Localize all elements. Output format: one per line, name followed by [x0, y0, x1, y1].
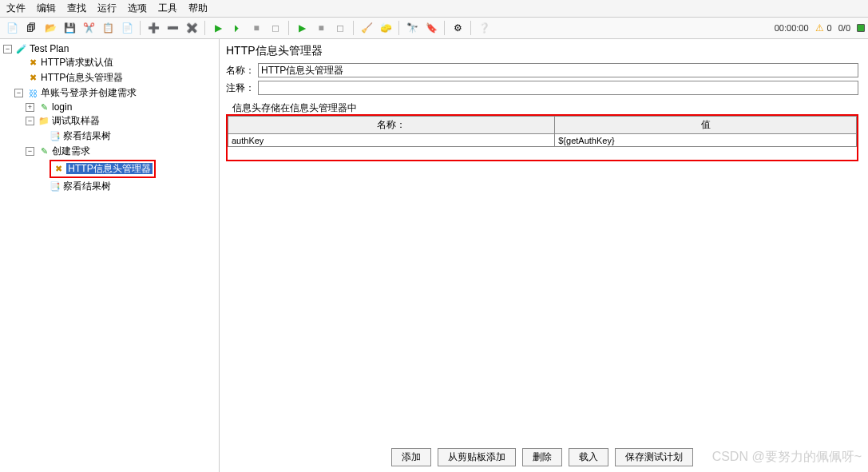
- column-header-value[interactable]: 值: [555, 117, 857, 134]
- toolbar-separator: [288, 21, 289, 35]
- toolbar-separator: [470, 21, 471, 35]
- open-icon[interactable]: 📂: [42, 19, 59, 37]
- tree-label: 察看结果树: [63, 180, 111, 193]
- column-header-name[interactable]: 名称：: [228, 117, 555, 134]
- tree-item-debug[interactable]: − 📁 调试取样器: [2, 113, 217, 129]
- reset-search-icon[interactable]: 🔖: [422, 19, 440, 37]
- headers-table-highlight: 名称： 值 authKey ${getAuthKey}: [226, 114, 858, 161]
- menu-options[interactable]: 选项: [128, 2, 147, 15]
- start-icon[interactable]: ▶: [209, 19, 227, 37]
- tree-item-header-manager[interactable]: ✖ HTTP信息头管理器: [2, 70, 217, 85]
- clear-icon[interactable]: 🧹: [358, 19, 375, 37]
- tree-item-header-manager-selected[interactable]: ✖ HTTP信息头管理器: [2, 159, 217, 179]
- tree-label: HTTP请求默认值: [41, 56, 113, 69]
- help-icon[interactable]: ❔: [475, 19, 493, 37]
- elapsed-time: 00:00:00: [775, 23, 809, 33]
- start-no-pause-icon[interactable]: ⏵: [228, 19, 246, 37]
- button-row: 添加 从剪贴板添加 删除 载入 保存测试计划: [226, 443, 858, 470]
- cell-value[interactable]: ${getAuthKey}: [555, 134, 857, 147]
- search-icon[interactable]: 🔭: [403, 19, 421, 37]
- expand-icon[interactable]: ➕: [145, 19, 162, 37]
- tree-label: Test Plan: [30, 43, 69, 54]
- panel-title: HTTP信息头管理器: [226, 44, 858, 58]
- toolbar-separator: [204, 21, 205, 35]
- clear-all-icon[interactable]: 🧽: [377, 19, 394, 37]
- tree-item-result-tree-1[interactable]: 📑 察看结果树: [2, 129, 217, 144]
- delete-button[interactable]: 删除: [522, 448, 562, 466]
- template-icon[interactable]: 🗐: [22, 19, 40, 37]
- function-icon[interactable]: ⚙: [449, 19, 466, 37]
- toolbar-separator: [353, 21, 354, 35]
- menu-tools[interactable]: 工具: [158, 2, 177, 15]
- table-row[interactable]: authKey ${getAuthKey}: [228, 134, 857, 147]
- listener-icon: 📑: [50, 181, 61, 192]
- toggle-icon[interactable]: ✖️: [183, 19, 200, 37]
- expand-toggle-icon[interactable]: +: [26, 103, 34, 112]
- tree-item-http-defaults[interactable]: ✖ HTTP请求默认值: [2, 55, 217, 70]
- cell-name[interactable]: authKey: [228, 134, 555, 147]
- remote-start-icon[interactable]: ▶: [293, 19, 311, 37]
- comment-label: 注释：: [226, 81, 255, 95]
- toolbar-separator: [444, 21, 445, 35]
- sampler-icon: ✎: [38, 101, 50, 113]
- menu-edit[interactable]: 编辑: [37, 2, 56, 15]
- collapse-toggle-icon[interactable]: −: [26, 117, 34, 125]
- tree-label: login: [52, 101, 72, 113]
- name-label: 名称：: [226, 64, 255, 77]
- tree-label: 调试取样器: [52, 114, 100, 128]
- thread-group-icon: ⛓: [27, 88, 38, 99]
- new-icon[interactable]: 📄: [3, 19, 21, 37]
- tree-item-thread-group[interactable]: − ⛓ 单账号登录并创建需求: [2, 85, 217, 101]
- tree-label: 察看结果树: [63, 129, 111, 143]
- toolbar: 📄 🗐 📂 💾 ✂️ 📋 📄 ➕ ➖ ✖️ ▶ ⏵ ■ ◻ ▶ ■ ◻ 🧹 🧽 …: [0, 18, 868, 39]
- main-area: − 🧪 Test Plan ✖ HTTP请求默认值 ✖ HTTP信息头管理器 −…: [0, 39, 868, 472]
- warning-icon: ⚠: [815, 22, 824, 34]
- tree-item-login[interactable]: + ✎ login: [2, 101, 217, 113]
- add-button[interactable]: 添加: [391, 448, 431, 466]
- tree-item-create-req[interactable]: − ✎ 创建需求: [2, 144, 217, 159]
- shutdown-icon[interactable]: ◻: [267, 19, 284, 37]
- tree-label: HTTP信息头管理器: [66, 163, 152, 174]
- save-icon[interactable]: 💾: [61, 19, 78, 37]
- tree-label: 单账号登录并创建需求: [41, 86, 137, 100]
- menu-help[interactable]: 帮助: [188, 2, 208, 15]
- stop-icon[interactable]: ■: [248, 19, 265, 37]
- tree-item-result-tree-2[interactable]: 📑 察看结果树: [2, 179, 217, 194]
- headers-fieldset-label: 信息头存储在信息头管理器中: [226, 101, 858, 115]
- save-plan-button[interactable]: 保存测试计划: [615, 448, 693, 466]
- load-button[interactable]: 载入: [569, 448, 608, 466]
- config-icon: ✖: [27, 58, 38, 69]
- copy-icon[interactable]: 📋: [99, 19, 117, 37]
- content-panel: HTTP信息头管理器 名称： 注释： 信息头存储在信息头管理器中 名称： 值 a…: [220, 39, 868, 472]
- folder-icon: 📁: [38, 116, 50, 127]
- menu-run[interactable]: 运行: [97, 2, 117, 15]
- tree-label: HTTP信息头管理器: [41, 71, 123, 85]
- tree-label: 创建需求: [52, 145, 90, 158]
- comment-input[interactable]: [258, 81, 858, 95]
- selection-highlight: ✖ HTTP信息头管理器: [50, 160, 156, 178]
- remote-stop-icon[interactable]: ■: [312, 19, 330, 37]
- collapse-toggle-icon[interactable]: −: [3, 45, 12, 54]
- listener-icon: 📑: [50, 131, 61, 142]
- menu-file[interactable]: 文件: [6, 2, 26, 15]
- collapse-toggle-icon[interactable]: −: [26, 147, 34, 156]
- run-indicator-icon: [857, 24, 865, 32]
- config-icon: ✖: [53, 164, 64, 175]
- paste-icon[interactable]: 📄: [118, 19, 136, 37]
- cut-icon[interactable]: ✂️: [80, 19, 97, 37]
- toolbar-separator: [398, 21, 399, 35]
- remote-shutdown-icon[interactable]: ◻: [331, 19, 349, 37]
- tree-root[interactable]: − 🧪 Test Plan: [2, 42, 217, 55]
- tree-panel: − 🧪 Test Plan ✖ HTTP请求默认值 ✖ HTTP信息头管理器 −…: [0, 39, 220, 472]
- sampler-icon: ✎: [38, 146, 50, 157]
- name-input[interactable]: [258, 63, 858, 77]
- headers-table[interactable]: 名称： 值 authKey ${getAuthKey}: [228, 116, 857, 147]
- collapse-toggle-icon[interactable]: −: [14, 89, 23, 97]
- add-from-clipboard-button[interactable]: 从剪贴板添加: [438, 448, 516, 466]
- menu-search[interactable]: 查找: [67, 2, 86, 15]
- config-icon: ✖: [27, 73, 38, 84]
- warning-count: 0: [827, 23, 832, 33]
- collapse-icon[interactable]: ➖: [164, 19, 181, 37]
- testplan-icon: 🧪: [16, 43, 27, 54]
- toolbar-separator: [140, 21, 141, 35]
